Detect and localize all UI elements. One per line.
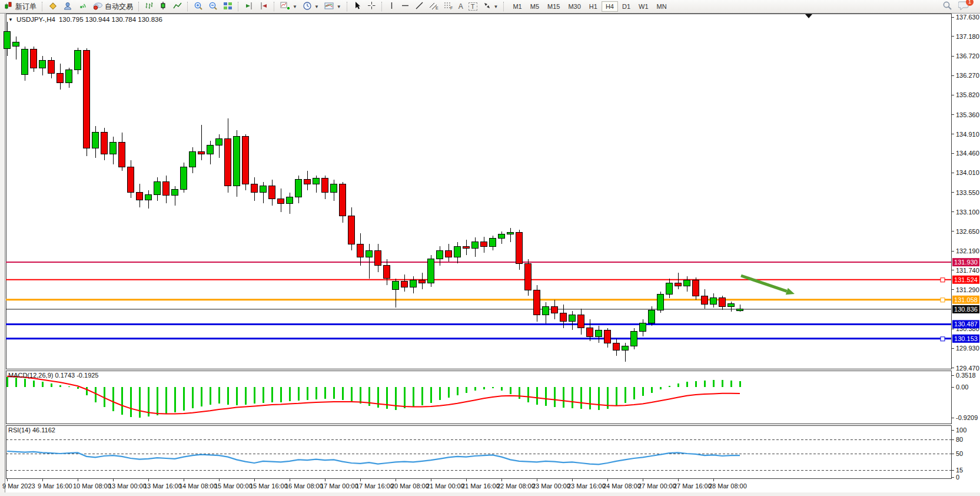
price-badge: 130.487 <box>952 320 979 328</box>
axis-label: 129.930 <box>956 345 979 352</box>
timeframe-button-m30[interactable]: M30 <box>564 1 584 12</box>
timeframe-button-m15[interactable]: M15 <box>543 1 564 12</box>
toolbar-separator <box>274 2 275 11</box>
timeframe-button-h1[interactable]: H1 <box>585 1 602 12</box>
cursor-icon <box>353 1 362 12</box>
ohlc-values: 130.795 130.944 130.784 130.836 <box>59 16 162 23</box>
chevron-down-icon: ▼ <box>494 4 499 9</box>
candlestick-chart-icon <box>159 1 168 12</box>
chart-plot[interactable]: 137.630137.180136.720136.270135.820135.3… <box>0 14 980 496</box>
axis-label: 136.270 <box>956 72 979 79</box>
auto-trading-button[interactable]: 自动交易 <box>90 1 135 12</box>
rsi-indicator-label: RSI(14) 46.1162 <box>8 426 55 434</box>
axis-label: 0.00 <box>956 383 968 391</box>
macd-indicator-label: MACD(12,26,9) 0.1743 -0.1925 <box>8 372 98 379</box>
fibonacci-tool-button[interactable]: F <box>441 1 456 12</box>
trendline-tool-button[interactable] <box>413 1 426 12</box>
axis-label: 80 <box>956 436 963 443</box>
hline-handle[interactable] <box>941 337 945 341</box>
timeframe-button-m1[interactable]: M1 <box>509 1 526 12</box>
axis-label: 133.550 <box>956 189 979 196</box>
toolbar-separator <box>238 2 239 11</box>
zoom-in-button[interactable] <box>191 1 205 12</box>
chart-end-marker-icon[interactable] <box>805 14 812 18</box>
timeframe-button-mn[interactable]: MN <box>653 1 671 12</box>
timeframe-button-h4[interactable]: H4 <box>602 1 618 12</box>
text-tool-button[interactable]: A <box>456 1 466 12</box>
price-badge: 131.930 <box>952 258 979 266</box>
profile-button[interactable] <box>61 1 75 12</box>
collapse-panel-icon[interactable]: ▼ <box>8 17 13 22</box>
auto-scroll-button[interactable] <box>257 1 271 12</box>
axis-label: 28 Mar 08:00 <box>709 482 747 490</box>
svg-text:130.153: 130.153 <box>954 335 978 342</box>
price-badge: 130.153 <box>952 335 979 343</box>
svg-text:131.930: 131.930 <box>954 259 978 266</box>
periods-button[interactable]: ▼ <box>300 1 321 12</box>
zoom-out-icon <box>208 1 218 12</box>
axis-label: 13 Mar 00:00 <box>108 482 147 490</box>
crosshair-tool-button[interactable] <box>365 1 378 12</box>
equidistant-channel-tool-button[interactable]: E <box>427 1 441 12</box>
axis-label: 131.290 <box>956 286 979 293</box>
tile-windows-button[interactable] <box>221 1 235 12</box>
time-axis[interactable]: 9 Mar 20239 Mar 16:0010 Mar 08:0013 Mar … <box>2 478 747 490</box>
profile-icon <box>63 1 72 12</box>
signals-button[interactable] <box>75 1 89 12</box>
line-chart-mode-button[interactable] <box>171 1 184 12</box>
new-order-label: 新订单 <box>15 2 36 12</box>
axis-label: 27 Mar 00:00 <box>638 482 676 490</box>
svg-text:E: E <box>436 6 438 10</box>
new-order-button[interactable]: 新订单 <box>2 1 39 12</box>
timeframe-button-w1[interactable]: W1 <box>634 1 653 12</box>
search-icon[interactable] <box>942 1 952 13</box>
axis-label: 23 Mar 16:00 <box>567 482 606 490</box>
toolbar-right-group: 1 <box>942 1 978 13</box>
chart-shift-button[interactable] <box>242 1 256 12</box>
axis-label: 50 <box>956 450 963 457</box>
zoom-out-button[interactable] <box>206 1 220 12</box>
axis-label: 20 Mar 08:00 <box>391 482 429 490</box>
bar-chart-mode-button[interactable] <box>142 1 156 12</box>
price-badge: 131.058 <box>952 296 979 304</box>
vertical-line-tool-button[interactable] <box>386 1 398 12</box>
auto-trading-label: 自动交易 <box>105 2 133 12</box>
chart-canvas[interactable]: 137.630137.180136.720136.270135.820135.3… <box>0 14 980 496</box>
arrows-tool-button[interactable]: ▼ <box>480 1 501 12</box>
axis-label: 13 Mar 16:00 <box>144 482 182 490</box>
toolbar-separator <box>42 2 43 11</box>
toolbar-separator <box>381 2 383 11</box>
price-axis[interactable]: 137.630137.180136.720136.270135.820135.3… <box>951 14 979 372</box>
text-label-tool-button[interactable]: T <box>466 1 480 12</box>
metaeditor-icon <box>48 1 58 12</box>
chart-shift-icon <box>244 1 254 12</box>
axis-label: 132.190 <box>956 247 979 254</box>
horizontal-line-tool-button[interactable] <box>398 1 412 12</box>
fibonacci-icon: F <box>444 1 453 12</box>
templates-button[interactable]: ▼ <box>322 1 344 12</box>
axis-label: 24 Mar 08:00 <box>603 482 641 490</box>
candlestick-mode-button[interactable] <box>157 1 170 12</box>
new-chart-button[interactable]: ▼ <box>278 1 300 12</box>
vertical-line-icon <box>388 1 396 12</box>
notifications-button[interactable]: 1 <box>958 1 969 13</box>
hline-handle[interactable] <box>941 278 945 282</box>
metaeditor-button[interactable] <box>46 1 60 12</box>
cursor-tool-button[interactable] <box>351 1 364 12</box>
timeframe-button-m5[interactable]: M5 <box>526 1 543 12</box>
timeframe-button-d1[interactable]: D1 <box>618 1 634 12</box>
auto-scroll-icon <box>259 1 268 12</box>
axis-label: 17 Mar 16:00 <box>356 482 394 490</box>
symbol-period-label: USDJPY-,H4 <box>16 16 55 23</box>
axis-label: 10 Mar 08:00 <box>73 482 111 490</box>
axis-label: 23 Mar 00:00 <box>532 482 570 490</box>
price-badge: 131.524 <box>952 276 979 284</box>
chevron-down-icon: ▼ <box>293 4 297 9</box>
axis-label: 133.100 <box>956 209 979 216</box>
text-tool-icon: A <box>459 2 463 11</box>
svg-text:131.524: 131.524 <box>954 276 978 283</box>
price-badge: 130.836 <box>952 305 979 313</box>
axis-label: 131.740 <box>956 267 979 274</box>
trendline-icon <box>415 1 424 12</box>
hline-handle[interactable] <box>941 298 945 302</box>
